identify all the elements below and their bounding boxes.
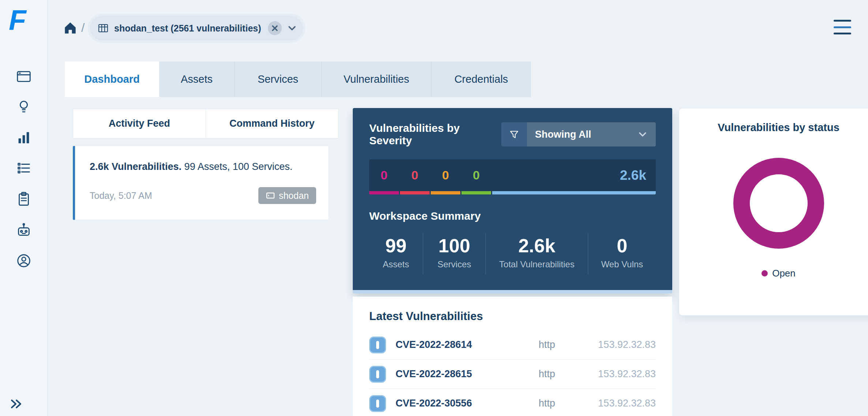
faraday-logo[interactable]: F [9,6,26,34]
status-legend: Open [679,268,868,279]
vulnerability-cve-link[interactable]: CVE-2022-30556 [396,398,539,409]
tab-credentials-label: Credentials [454,73,508,85]
workspace-chip-chevron-down-icon[interactable] [287,23,297,33]
vulnerability-asset-ip: 153.92.32.83 [583,339,656,350]
tab-assets[interactable]: Assets [159,62,235,97]
severity-segment-low: 0 [461,159,491,194]
sidebar: F [0,0,48,416]
clipboard-icon[interactable] [15,191,32,208]
tab-dashboard[interactable]: Dashboard [65,62,159,97]
severity-segment-critical: 0 [369,159,399,194]
severity-count-high: 0 [400,159,430,191]
workspace-summary-stats: 99 Assets 100 Services 2.6k Total Vulner… [369,233,656,275]
tool-tag-label: shodan [279,190,309,201]
tab-vulnerabilities[interactable]: Vulnerabilities [322,62,431,97]
tool-tag-shodan[interactable]: shodan [258,187,316,204]
vulnerability-cve-link[interactable]: CVE-2022-28614 [396,339,539,350]
task-list-icon[interactable] [15,160,32,177]
activity-feed-entry[interactable]: 2.6k Vulnerabilities. 99 Assets, 100 Ser… [73,146,329,220]
info-severity-icon [369,366,386,383]
tab-command-history[interactable]: Command History [206,109,338,138]
chevron-down-icon [637,129,648,140]
stat-total-vulnerabilities-value: 2.6k [518,235,555,256]
filter-icon[interactable] [501,122,527,146]
stat-services: 100 Services [423,233,485,275]
severity-panel-title: Vulnerabilities by Severity [369,122,501,147]
latest-vulnerabilities-section: Latest Vulnerabilities CVE-2022-28614 ht… [353,297,672,416]
severity-count-low: 0 [461,159,491,191]
vulnerability-service: http [539,398,583,409]
latest-vulnerabilities-title: Latest Vulnerabilities [369,310,656,323]
stat-assets-value: 99 [385,235,407,256]
status-donut-chart [733,158,824,249]
expand-sidebar-icon[interactable] [8,396,23,412]
workspace-summary-title: Workspace Summary [369,210,656,222]
stat-total-vulnerabilities-label: Total Vulnerabilities [499,259,575,270]
robot-agent-icon[interactable] [15,222,32,239]
activity-summary-rest: 99 Assets, 100 Services. [182,161,292,172]
workspace-chip[interactable]: shodan_test (2561 vulnerabilities) [90,16,303,41]
bar-chart-icon[interactable] [15,129,32,146]
stat-assets-label: Assets [383,259,409,270]
stat-web-vulns-label: Web Vulns [601,259,643,270]
home-button[interactable] [62,20,78,36]
tab-services-label: Services [258,73,298,85]
stat-services-value: 100 [438,235,470,256]
severity-count-critical: 0 [369,159,399,191]
stat-web-vulns-value: 0 [617,235,628,256]
tab-dashboard-label: Dashboard [84,73,139,85]
vulnerability-cve-link[interactable]: CVE-2022-28615 [396,368,539,380]
tab-vulnerabilities-label: Vulnerabilities [344,73,409,85]
vulnerability-service: http [539,339,583,350]
legend-open-dot [762,270,768,276]
vulnerability-asset-ip: 153.92.32.83 [583,398,656,409]
severity-filter-dropdown[interactable]: Showing All [527,122,656,146]
workspace-chip-label: shodan_test (2561 vulnerabilities) [114,23,261,34]
stat-assets: 99 Assets [369,233,423,275]
stat-web-vulns: 0 Web Vulns [588,233,656,275]
menu-icon[interactable] [834,20,851,34]
lightbulb-icon[interactable] [15,98,32,115]
activity-tab-bar: Activity Feed Command History [73,109,338,138]
tab-command-history-label: Command History [229,118,315,129]
activity-summary: 2.6k Vulnerabilities. 99 Assets, 100 Ser… [90,161,316,172]
workspace-window-icon[interactable] [15,68,32,85]
severity-segment-medium: 0 [431,159,460,194]
legend-open-label: Open [772,268,796,279]
tab-activity-feed-label: Activity Feed [109,118,170,129]
severity-count-medium: 0 [431,159,460,191]
workspace-grid-icon [97,22,109,34]
severity-segment-high: 0 [400,159,430,194]
main-tab-bar: Dashboard Assets Services Vulnerabilitie… [65,62,531,97]
stat-total-vulnerabilities: 2.6k Total Vulnerabilities [485,233,588,275]
vulnerability-row[interactable]: CVE-2022-30556 http 153.92.32.83 [369,389,656,416]
tab-services[interactable]: Services [235,62,322,97]
info-severity-icon [369,395,386,412]
severity-filter-value: Showing All [535,129,591,140]
stat-services-label: Services [437,259,471,270]
user-profile-icon[interactable] [15,252,32,269]
workspace-chip-close-icon[interactable] [268,21,282,35]
vulnerability-row[interactable]: CVE-2022-28615 http 153.92.32.83 [369,360,656,389]
severity-bar: 0 0 0 0 2.6k [369,159,656,194]
tag-icon [266,191,275,200]
status-card-title: Vulnerabilities by status [679,122,868,134]
activity-timestamp: Today, 5:07 AM [90,190,152,201]
severity-segment-info: 2.6k [492,159,656,194]
tab-assets-label: Assets [181,73,213,85]
tab-credentials[interactable]: Credentials [431,62,531,97]
vulnerabilities-by-severity-panel: Vulnerabilities by Severity Showing All … [353,108,672,293]
vulnerability-service: http [539,368,583,380]
vulnerability-asset-ip: 153.92.32.83 [583,368,656,380]
activity-summary-bold: 2.6k Vulnerabilities. [90,161,182,172]
tab-activity-feed[interactable]: Activity Feed [73,109,206,138]
breadcrumb-separator: / [81,21,85,35]
severity-count-info: 2.6k [492,159,656,191]
info-severity-icon [369,337,386,353]
vulnerability-row[interactable]: CVE-2022-28614 http 153.92.32.83 [369,330,656,360]
vulnerabilities-by-status-card: Vulnerabilities by status Open [679,108,868,316]
